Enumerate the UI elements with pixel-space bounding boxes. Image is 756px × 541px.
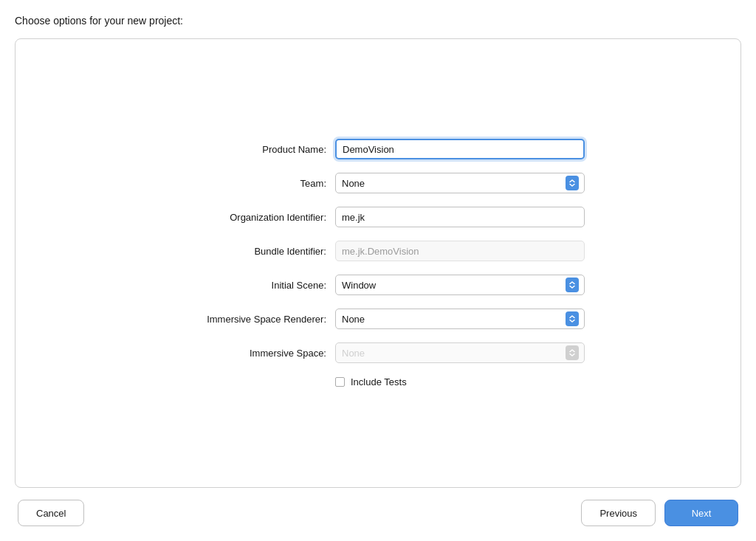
immersive-space-label: Immersive Space: — [171, 348, 326, 359]
cancel-button[interactable]: Cancel — [18, 500, 84, 526]
initial-scene-select-wrapper: Window — [335, 275, 585, 295]
org-identifier-label: Organization Identifier: — [171, 212, 326, 223]
product-name-row: Product Name: — [171, 139, 585, 159]
immersive-renderer-select[interactable]: None — [335, 309, 585, 329]
next-button[interactable]: Next — [664, 500, 738, 526]
form-container: Product Name: Team: None — [171, 139, 585, 387]
page-title: Choose options for your new project: — [15, 15, 741, 27]
team-select-wrapper: None — [335, 173, 585, 193]
immersive-space-row: Immersive Space: None — [171, 342, 585, 363]
immersive-renderer-row: Immersive Space Renderer: None — [171, 309, 585, 329]
org-identifier-input[interactable] — [335, 207, 585, 227]
bundle-identifier-input — [335, 241, 585, 261]
immersive-renderer-select-wrapper: None — [335, 309, 585, 329]
product-name-label: Product Name: — [171, 144, 326, 155]
team-row: Team: None — [171, 173, 585, 193]
initial-scene-label: Initial Scene: — [171, 280, 326, 291]
team-label: Team: — [171, 178, 326, 189]
include-tests-row: Include Tests — [171, 376, 585, 387]
bundle-identifier-label: Bundle Identifier: — [171, 246, 326, 257]
footer-right: Previous Next — [581, 500, 738, 526]
immersive-space-select-wrapper: None — [335, 342, 585, 363]
content-panel: Product Name: Team: None — [15, 38, 741, 488]
previous-button[interactable]: Previous — [581, 500, 656, 526]
include-tests-checkbox[interactable] — [335, 377, 345, 387]
product-name-input[interactable] — [335, 139, 585, 159]
org-identifier-row: Organization Identifier: — [171, 207, 585, 227]
team-select[interactable]: None — [335, 173, 585, 193]
include-tests-label: Include Tests — [351, 376, 407, 387]
immersive-renderer-label: Immersive Space Renderer: — [171, 314, 326, 325]
initial-scene-row: Initial Scene: Window — [171, 275, 585, 295]
initial-scene-select[interactable]: Window — [335, 275, 585, 295]
immersive-space-select[interactable]: None — [335, 342, 585, 363]
bundle-identifier-row: Bundle Identifier: — [171, 241, 585, 261]
footer: Cancel Previous Next — [15, 500, 741, 526]
